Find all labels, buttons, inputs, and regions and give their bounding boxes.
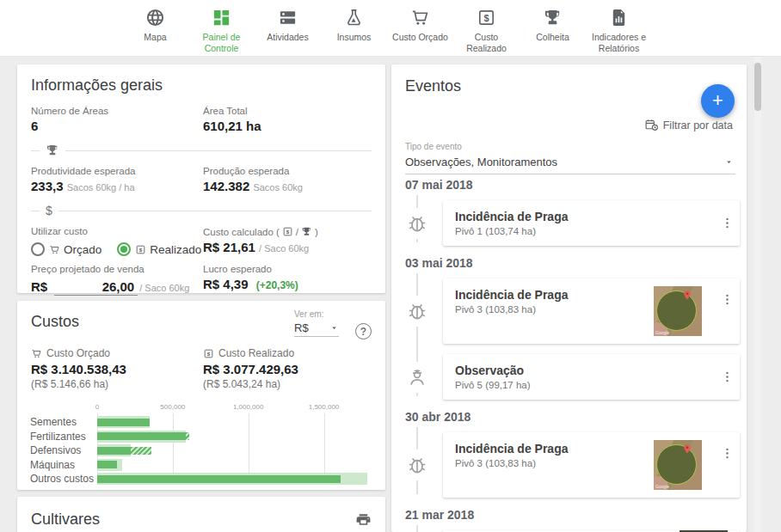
profit-percent-badge: (+20,3%) xyxy=(256,279,298,291)
list-icon xyxy=(278,8,298,28)
nav-item-custo-orcado[interactable]: Custo Orçado xyxy=(387,0,453,56)
help-icon[interactable]: ? xyxy=(355,323,372,339)
event-subtitle: Pivô 3 (103,83 ha) xyxy=(455,458,642,468)
radio-orcado[interactable] xyxy=(31,242,45,256)
bar-realizado-hatch xyxy=(186,432,189,440)
globe-icon xyxy=(145,8,165,28)
chart-category-label: Outros custos xyxy=(30,472,97,486)
nav-item-label: Painel de Controle xyxy=(188,32,255,54)
cart-icon xyxy=(49,244,60,255)
event-title: Incidência de Praga xyxy=(455,288,642,302)
nav-item-mapa[interactable]: Mapa xyxy=(122,0,188,56)
event-card[interactable]: Incidência de PragaPivô 3 (103,83 ha)Goo… xyxy=(443,278,740,344)
nav-item-indicadores-e-relatorios[interactable]: Indicadores e Relatórios xyxy=(586,0,652,56)
event-card[interactable]: Incidência de PragaPivô 1 (103,74 ha) xyxy=(443,200,740,246)
nav-item-label: Custo Orçado xyxy=(392,32,448,43)
bug-icon xyxy=(405,449,429,480)
trophy-icon xyxy=(301,226,312,237)
radio-realizado-label[interactable]: $ Realizado xyxy=(135,243,201,256)
svg-text:$: $ xyxy=(483,13,489,23)
event-subtitle: Pivô 1 (103,74 ha) xyxy=(455,226,702,236)
view-in-select: Ver em: R$ xyxy=(294,309,339,337)
dollar-box-icon: $ xyxy=(477,8,496,28)
report-icon xyxy=(609,8,629,28)
costs-card: Custos Ver em: R$ ? Custo Orçado R$ 3.14… xyxy=(17,301,385,490)
projected-price-field: Preço projetado de venda R$ / Saco 60kg xyxy=(31,258,203,296)
costs-chart-plot: 0500,0001,000,0001,500,000 xyxy=(97,404,377,486)
calc-cost-field: Custo calculado ( $ / ) R$ 21,61 / Saco … xyxy=(203,220,372,256)
kebab-menu-button[interactable] xyxy=(714,354,740,400)
nav-item-label: Indicadores e Relatórios xyxy=(586,32,652,54)
dollar-box-icon: $ xyxy=(282,226,293,237)
kebab-menu-button[interactable] xyxy=(714,432,740,498)
nav-item-custo-realizado[interactable]: $Custo Realizado xyxy=(453,0,520,56)
google-watermark: Google xyxy=(655,484,669,489)
chart-tick-label: 500,000 xyxy=(160,403,185,411)
chart-tick-label: 1,000,000 xyxy=(233,403,264,411)
nav-item-label: Insumos xyxy=(337,32,372,43)
chart-category-label: Máquinas xyxy=(30,458,97,473)
svg-text:$: $ xyxy=(286,229,290,235)
bar-realizado xyxy=(97,419,150,426)
bug-icon xyxy=(405,208,429,239)
events-panel: Eventos + Filtrar por data Tipo de event… xyxy=(391,64,747,532)
nav-item-insumos[interactable]: Insumos xyxy=(321,0,387,56)
radio-realizado[interactable] xyxy=(117,242,131,256)
svg-text:$: $ xyxy=(207,350,211,356)
timeline-item: Incidência de PragaPivô 1 (103,74 ha) xyxy=(443,200,740,246)
chart-bar-row xyxy=(97,443,377,458)
flask-icon xyxy=(344,8,364,28)
event-thumbnail[interactable]: Google xyxy=(654,286,702,336)
timeline-date: 03 mai 2018 xyxy=(391,256,747,270)
map-pin-icon xyxy=(681,443,693,456)
chart-bar-row xyxy=(97,415,377,430)
timeline-item: Incidência de PragaPivô 3 (103,83 ha)Goo… xyxy=(443,432,740,498)
chart-category-label: Defensivos xyxy=(30,443,97,458)
svg-text:$: $ xyxy=(139,246,143,252)
nav-item-colheita[interactable]: Colheita xyxy=(520,0,586,56)
radio-orcado-label[interactable]: Orçado xyxy=(49,243,101,256)
printer-icon[interactable] xyxy=(355,511,372,528)
trophy-icon xyxy=(543,8,563,28)
general-info-title: Informações gerais xyxy=(17,64,385,98)
event-text: Incidência de PragaPivô 1 (103,74 ha) xyxy=(443,200,714,246)
currency-select[interactable]: R$ xyxy=(294,319,339,337)
event-title: Incidência de Praga xyxy=(455,210,702,223)
event-thumbnail[interactable]: Google xyxy=(654,440,702,490)
cultivars-title: Cultivares xyxy=(17,497,385,532)
area-total-field: Área Total 610,21 ha xyxy=(203,100,372,133)
costs-chart: SementesFertilizantesDefensivosMáquinasO… xyxy=(17,404,385,486)
event-card[interactable]: ObservaçãoPivô 5 (99,17 ha) xyxy=(443,354,740,400)
timeline-item: ObservaçãoPivô 5 (99,17 ha) xyxy=(443,354,740,400)
kebab-menu-button[interactable] xyxy=(714,200,740,246)
chevron-down-icon xyxy=(724,157,734,167)
filter-by-date-button[interactable]: Filtrar por data xyxy=(644,118,733,132)
nav-item-label: Custo Realizado xyxy=(453,32,520,54)
timeline-date: 30 abr 2018 xyxy=(391,410,747,424)
chart-tick-label: 1,500,000 xyxy=(309,403,340,411)
timeline-date: 21 mar 2018 xyxy=(391,508,747,522)
production-field: Produção esperada 142.382 Sacos 60kg xyxy=(203,160,372,193)
chart-tick-label: 0 xyxy=(95,403,99,411)
projected-price-input[interactable] xyxy=(54,279,138,296)
timeline-item: Incidência de PragaPivô 3 (103,83 ha)Goo… xyxy=(443,278,740,344)
bar-realizado xyxy=(97,447,131,455)
cart-icon xyxy=(410,8,430,28)
event-text: Incidência de PragaPivô 3 (103,83 ha) xyxy=(443,278,654,344)
events-scrollbar-track xyxy=(754,57,761,532)
events-scrollbar-thumb[interactable] xyxy=(754,63,761,111)
trophy-icon xyxy=(46,144,59,157)
budget-cost-field: Custo Orçado R$ 3.140.538,43 (R$ 5.146,6… xyxy=(31,341,203,390)
dashboard-icon xyxy=(212,8,231,28)
costs-chart-categories: SementesFertilizantesDefensivosMáquinasO… xyxy=(30,404,97,486)
dollar-box-icon: $ xyxy=(203,348,214,359)
nav-item-painel-de-controle[interactable]: Painel de Controle xyxy=(188,0,255,56)
productivity-field: Produtividade esperada 233,3 Sacos 60kg … xyxy=(31,160,203,193)
nav-item-atividades[interactable]: Atividades xyxy=(255,0,321,56)
kebab-menu-button[interactable] xyxy=(714,278,740,344)
nav-item-label: Colheita xyxy=(536,32,569,43)
person-icon xyxy=(405,362,429,393)
event-card[interactable]: Incidência de PragaPivô 3 (103,83 ha)Goo… xyxy=(443,432,740,498)
event-title: Observação xyxy=(455,364,702,377)
add-event-button[interactable]: + xyxy=(701,84,735,118)
